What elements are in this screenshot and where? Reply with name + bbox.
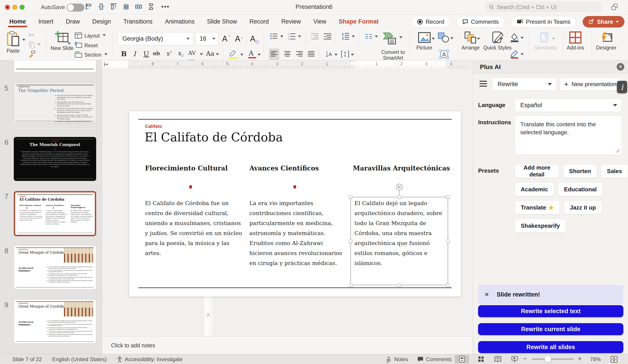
rotation-handle[interactable]: ↻ bbox=[396, 184, 403, 190]
grow-font-icon[interactable]: A⌃ bbox=[222, 34, 231, 44]
section-label[interactable]: Section bbox=[84, 52, 101, 58]
preset-button[interactable]: Add more detail bbox=[515, 164, 559, 178]
smartart-caret[interactable] bbox=[399, 36, 402, 38]
reading-view-button[interactable] bbox=[491, 355, 505, 363]
resize-handle-n[interactable] bbox=[398, 195, 401, 199]
layout-icon[interactable] bbox=[75, 32, 82, 39]
resize-handle-se[interactable] bbox=[446, 284, 450, 287]
column-heading-3[interactable]: Maravillas Arquitectónicas bbox=[353, 164, 450, 172]
change-case-caret[interactable] bbox=[216, 53, 219, 55]
character-spacing-caret[interactable] bbox=[200, 53, 203, 55]
align-text-right-button[interactable] bbox=[296, 51, 303, 57]
underline-button[interactable]: U bbox=[144, 50, 149, 58]
ribbon-tab[interactable]: Transitions bbox=[123, 15, 153, 28]
strikethrough-button[interactable]: ab bbox=[153, 50, 160, 57]
language-status[interactable]: English (United States) bbox=[52, 356, 107, 363]
thumbnail-slide-5[interactable]: Visigothic Rule The Visigothic Period Af… bbox=[14, 83, 96, 123]
arrange-caret[interactable] bbox=[477, 38, 480, 40]
shape-fill-icon[interactable] bbox=[510, 33, 519, 42]
shapes-caret[interactable] bbox=[450, 37, 454, 39]
font-color-caret[interactable] bbox=[258, 54, 261, 56]
slideshow-view-button[interactable] bbox=[508, 355, 522, 363]
bullets-caret[interactable] bbox=[280, 36, 283, 38]
line-spacing-icon[interactable] bbox=[341, 32, 350, 40]
ribbon-tab[interactable]: Insert bbox=[38, 15, 54, 28]
picture-button[interactable]: Picture bbox=[416, 31, 432, 51]
numbering-icon[interactable]: 123 bbox=[288, 32, 296, 40]
ribbon-tab[interactable]: Animations bbox=[164, 15, 195, 28]
italic-button[interactable]: I bbox=[133, 50, 136, 58]
close-panel-icon[interactable]: ✕ bbox=[617, 63, 624, 71]
paste-button[interactable]: Paste bbox=[6, 31, 20, 54]
quick-styles-button[interactable]: Quick Styles bbox=[483, 31, 512, 51]
ribbon-tab[interactable]: View bbox=[313, 15, 327, 28]
shrink-font-icon[interactable]: A⌄ bbox=[235, 34, 244, 44]
present-in-teams-button[interactable]: T Present in Teams bbox=[511, 16, 576, 27]
section-icon[interactable] bbox=[75, 51, 82, 58]
columns-icon[interactable] bbox=[365, 34, 372, 40]
numbering-caret[interactable] bbox=[298, 36, 301, 38]
comments-button[interactable]: Comments bbox=[457, 16, 505, 27]
highlight-color-caret[interactable] bbox=[240, 54, 243, 56]
column-body-2[interactable]: La era vio importantes contribuciones ci… bbox=[249, 198, 346, 268]
shape-outline-caret[interactable] bbox=[521, 53, 524, 55]
horizontal-ruler[interactable]: 876543211234 bbox=[102, 60, 473, 68]
menu-icon[interactable] bbox=[479, 81, 487, 86]
preset-button[interactable]: Educational bbox=[558, 182, 603, 196]
notes-pane[interactable]: Click to add notes bbox=[102, 336, 473, 354]
language-select[interactable]: Español bbox=[515, 99, 622, 112]
rewrite-action-button[interactable]: Rewrite current slide bbox=[478, 323, 623, 335]
thumbnail-slide-8[interactable]: Architecture Great Mosque of Cordoba Arc… bbox=[14, 245, 96, 290]
preset-button[interactable]: Sales bbox=[601, 164, 628, 178]
reset-label[interactable]: Reset bbox=[84, 43, 98, 48]
mode-select[interactable]: Rewrite bbox=[492, 78, 556, 90]
slide-editor[interactable]: Califato El Califato de Córdoba Florecim… bbox=[129, 111, 461, 297]
thumbnail-slide-6[interactable]: Conquest The Moorish Conquest The Mooris… bbox=[14, 137, 96, 181]
fit-to-window-icon[interactable] bbox=[611, 356, 618, 363]
resize-handle-w[interactable] bbox=[349, 240, 352, 243]
zoom-slider-knob[interactable] bbox=[545, 356, 551, 363]
resize-handle-ne[interactable] bbox=[446, 195, 450, 199]
shapes-icon[interactable] bbox=[438, 32, 449, 43]
new-presentation-button[interactable]: +New presentation bbox=[560, 78, 623, 90]
ribbon-tab[interactable]: Shape Format bbox=[338, 15, 379, 28]
designer-button[interactable]: Designer bbox=[596, 31, 617, 51]
change-case-icon[interactable]: Aa bbox=[206, 50, 214, 57]
paste-dropdown-caret[interactable] bbox=[22, 39, 25, 41]
indent-marker-square[interactable] bbox=[350, 66, 354, 68]
zoom-out-button[interactable]: − bbox=[523, 355, 527, 363]
format-painter-icon[interactable] bbox=[28, 50, 36, 58]
thumbnail-slide-9[interactable]: Architecture Great Mosque of Cordoba Arc… bbox=[14, 299, 96, 344]
font-color-icon[interactable]: A bbox=[249, 49, 254, 57]
new-slide-dropdown-caret[interactable] bbox=[68, 43, 71, 45]
dismiss-notification-icon[interactable]: ✕ bbox=[484, 291, 489, 298]
resize-handle-s[interactable] bbox=[398, 284, 401, 287]
superscript-button[interactable]: x2 bbox=[166, 50, 172, 57]
ribbon-tab[interactable]: Record bbox=[249, 15, 269, 28]
reset-icon[interactable] bbox=[75, 42, 82, 48]
new-slide-button[interactable]: New Slide bbox=[51, 31, 74, 51]
preset-button[interactable]: Shorten bbox=[563, 164, 597, 178]
highlight-color-icon[interactable] bbox=[228, 49, 238, 57]
convert-smartart-label[interactable]: Convert to SmartArt bbox=[375, 49, 411, 61]
textarea-resize-handle[interactable] bbox=[617, 149, 620, 153]
slide-sorter-view-button[interactable] bbox=[474, 355, 488, 363]
addins-button[interactable]: Add-ins bbox=[567, 31, 584, 51]
preset-button[interactable]: Translate★ bbox=[515, 201, 560, 215]
textbox-icon[interactable]: A bbox=[439, 49, 449, 59]
align-text-center-button[interactable] bbox=[284, 51, 291, 57]
rewrite-action-button[interactable]: Rewrite selected text bbox=[478, 305, 623, 317]
instructions-textarea[interactable]: Translate this content into the selected… bbox=[515, 116, 622, 155]
copy-dropdown-caret[interactable] bbox=[37, 44, 40, 46]
resize-handle-sw[interactable] bbox=[349, 284, 352, 287]
columns-caret[interactable] bbox=[375, 36, 378, 38]
vertical-align-icon[interactable] bbox=[341, 51, 349, 58]
rewrite-action-button[interactable]: Rewrite all slides bbox=[478, 341, 623, 353]
preset-button[interactable]: Jazz it up bbox=[564, 201, 602, 215]
shape-outline-icon[interactable] bbox=[510, 49, 519, 59]
align-text-left-button[interactable] bbox=[270, 51, 278, 57]
font-name-select[interactable]: Georgia (Body) bbox=[118, 32, 193, 45]
ribbon-tab[interactable]: Slide Show bbox=[207, 15, 237, 28]
clear-formatting-icon[interactable]: A◇ bbox=[250, 34, 259, 45]
slide-title[interactable]: El Califato de Córdoba bbox=[145, 130, 283, 144]
